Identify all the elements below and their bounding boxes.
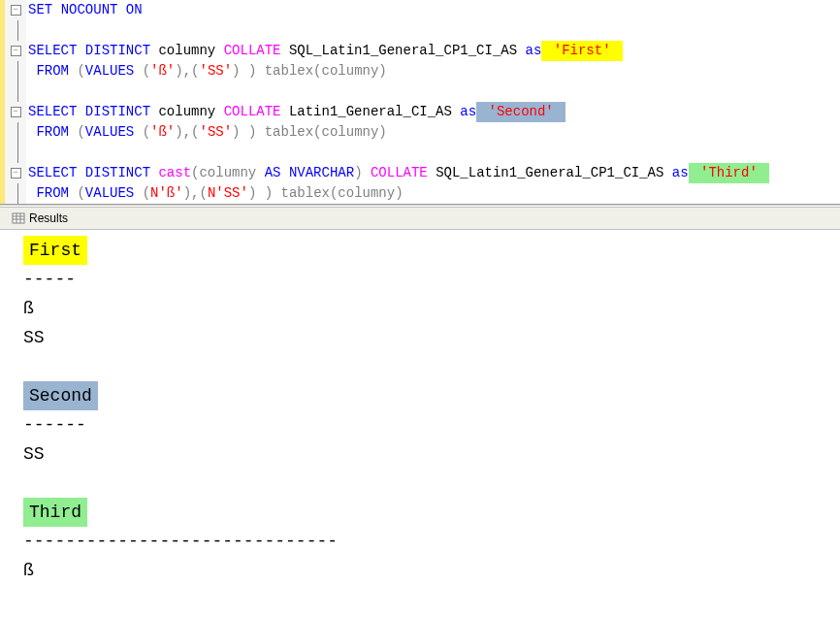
result-row: SS	[23, 439, 817, 469]
code-line	[26, 81, 28, 102]
fold-toggle[interactable]: −	[11, 168, 21, 179]
result-row: SS	[23, 323, 817, 352]
results-tab-label: Results	[29, 211, 68, 225]
fold-gutter	[5, 20, 26, 41]
result-row: ß	[23, 556, 817, 585]
code-line: SELECT DISTINCT cast(columny AS NVARCHAR…	[26, 163, 769, 183]
results-pane[interactable]: First ----- ß SS Second ------ SS Third …	[0, 230, 840, 591]
code-line: SELECT DISTINCT columny COLLATE SQL_Lati…	[26, 41, 623, 61]
code-line: SET NOCOUNT ON	[26, 0, 143, 20]
result-blank	[23, 469, 817, 498]
result-dashes: ------------------------------	[23, 527, 817, 556]
code-line: FROM (VALUES ('ß'),('SS') ) tablex(colum…	[26, 122, 387, 143]
code-line: FROM (VALUES (N'ß'),(N'SS') ) tablex(col…	[26, 183, 404, 204]
results-tab[interactable]: Results	[4, 210, 76, 227]
result-dashes: -----	[23, 265, 817, 294]
sql-editor[interactable]: − SET NOCOUNT ON − SELECT DISTINCT colum…	[0, 0, 840, 204]
results-tab-bar: Results	[0, 207, 840, 230]
fold-toggle[interactable]: −	[11, 46, 21, 56]
code-line: FROM (VALUES ('ß'),('SS') ) tablex(colum…	[26, 61, 387, 81]
fold-gutter	[5, 81, 26, 102]
code-line: SELECT DISTINCT columny COLLATE Latin1_G…	[26, 102, 565, 122]
fold-gutter: −	[5, 41, 26, 61]
fold-gutter	[5, 183, 26, 204]
fold-gutter	[5, 122, 26, 143]
code-line	[26, 143, 28, 163]
fold-gutter	[5, 61, 26, 81]
fold-toggle[interactable]: −	[11, 107, 21, 117]
result-dashes: ------	[23, 410, 817, 439]
fold-gutter: −	[5, 163, 26, 183]
result-header-first: First	[23, 236, 87, 265]
result-header-second: Second	[23, 381, 98, 410]
svg-rect-0	[13, 213, 24, 223]
fold-gutter	[5, 143, 26, 163]
result-row: ß	[23, 294, 817, 323]
fold-toggle[interactable]: −	[11, 5, 21, 16]
result-header-third: Third	[23, 498, 87, 527]
result-blank	[23, 352, 817, 381]
results-icon	[12, 211, 25, 225]
code-line	[26, 20, 28, 41]
fold-gutter: −	[5, 102, 26, 122]
fold-gutter: −	[5, 0, 26, 20]
